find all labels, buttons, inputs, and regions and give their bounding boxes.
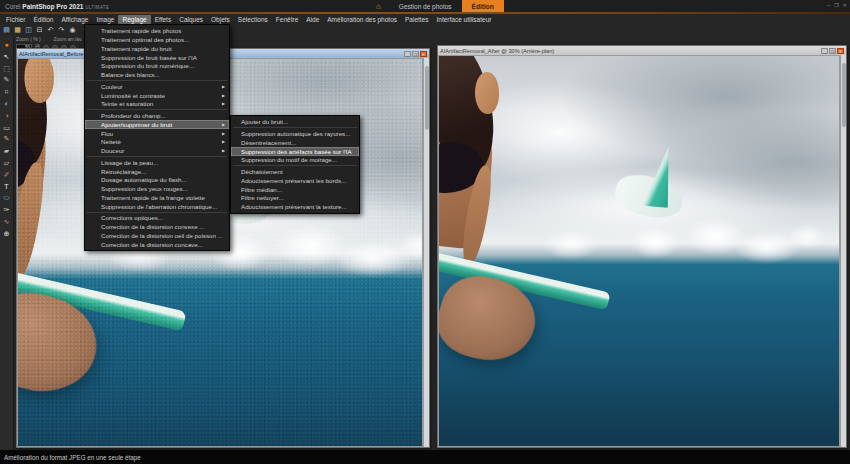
doc-minimize-icon[interactable]: _	[821, 48, 828, 54]
scrollbar-thumb[interactable]	[842, 63, 846, 127]
adjust-menu-item[interactable]: Netteté▶	[85, 138, 229, 147]
print-icon[interactable]: ⊟	[35, 25, 44, 34]
new-file-icon[interactable]: ▤	[2, 25, 11, 34]
pick-tool-icon[interactable]: ↖	[1, 51, 12, 63]
undo-icon[interactable]: ↶	[46, 25, 55, 34]
adjust-menu-item[interactable]: Lissage de la peau...	[85, 158, 229, 167]
adjust-menu-item[interactable]: Luminosité et contraste▶	[85, 91, 229, 100]
adjust-menu-item[interactable]: Ajouter/supprimer du bruit▶	[85, 120, 229, 129]
close-icon[interactable]: ✕	[843, 1, 847, 10]
menubar-item[interactable]: Image	[92, 15, 118, 24]
save-icon[interactable]: ◫	[24, 25, 33, 34]
menubar-item[interactable]: Interface utilisateur	[433, 15, 496, 24]
adjust-menu-item[interactable]: Profondeur du champ...	[85, 111, 229, 120]
zoom-percent-label: Zoom ( % ) :	[16, 36, 44, 42]
menubar-item[interactable]: Aide	[302, 15, 323, 24]
menubar-item[interactable]: Palettes	[401, 15, 433, 24]
doc-close-icon[interactable]: ✕	[837, 48, 844, 54]
menubar-item[interactable]: Objets	[207, 15, 234, 24]
adjust-menu-item[interactable]: Balance des blancs...	[85, 70, 229, 79]
home-tab[interactable]: ⌂	[368, 0, 389, 12]
maximize-icon[interactable]: ❐	[834, 1, 838, 10]
adjust-menu-item[interactable]: Correction de la distorsion oeil de pois…	[85, 231, 229, 240]
scrollbar-thumb[interactable]	[425, 66, 429, 130]
menubar-item[interactable]: Édition	[30, 15, 58, 24]
noise-submenu-item[interactable]: Déchatoiement	[231, 167, 359, 176]
adjust-menu-item[interactable]: Suppression du bruit numérique...	[85, 62, 229, 71]
vertical-scrollbar[interactable]	[423, 58, 429, 447]
pen-tool-icon[interactable]: ✑	[1, 204, 12, 216]
menubar-item[interactable]: Sélections	[234, 15, 272, 24]
menubar-item[interactable]: Fenêtre	[272, 15, 302, 24]
doc-close-icon[interactable]: ✕	[420, 51, 427, 57]
text-tool-icon[interactable]: T	[1, 181, 12, 193]
zoom-tool-icon[interactable]: ⊕	[1, 228, 12, 240]
menubar-item[interactable]: Affichage	[57, 15, 92, 24]
gradient-tool-icon[interactable]: ▰	[1, 145, 12, 157]
doc-maximize-icon[interactable]: ❐	[412, 51, 419, 57]
capture-icon[interactable]: ◉	[68, 25, 77, 34]
submenu-arrow-icon: ▶	[222, 101, 225, 106]
adjust-menu-item[interactable]: Teinte et saturation▶	[85, 100, 229, 109]
submenu-arrow-icon: ▶	[222, 148, 225, 153]
noise-submenu-item[interactable]: Adoucissement préservant la texture...	[231, 202, 359, 211]
adjust-menu-item[interactable]: Correction de la distorsion convexe ...	[85, 222, 229, 231]
adjust-menu-item[interactable]: Suppression de l'aberration chromatique.…	[85, 202, 229, 211]
shape-tool-icon[interactable]: ⬭	[1, 192, 12, 204]
freehand-selection-icon[interactable]: ✎	[1, 74, 12, 86]
menubar-item[interactable]: Fichier	[2, 15, 30, 24]
open-file-icon[interactable]: ▦	[13, 25, 22, 34]
noise-submenu-item[interactable]: Suppression des artéfacts basée sur l'IA	[231, 147, 359, 156]
eraser-tool-icon[interactable]: ▱	[1, 157, 12, 169]
adjust-menu-item[interactable]: Suppression de bruit basée sur l'IA	[85, 53, 229, 62]
noise-submenu-item[interactable]: Désentrelacement...	[231, 138, 359, 147]
adjust-menu-item[interactable]: Douceur▶	[85, 146, 229, 155]
menubar-item[interactable]: Amélioration des photos	[323, 15, 401, 24]
noise-submenu-item[interactable]: Suppression du motif de moirage...	[231, 156, 359, 165]
doc-maximize-icon[interactable]: ❐	[829, 48, 836, 54]
adjust-menu-item[interactable]: Traitement rapide de la frange violette	[85, 193, 229, 202]
warp-tool-icon[interactable]: ∿	[1, 216, 12, 228]
adjust-menu-item[interactable]: Traitement optimal des photos...	[85, 35, 229, 44]
adjust-menu-item[interactable]: Traitement rapide des photos	[85, 27, 229, 36]
tab-gestion-de-photos[interactable]: Gestion de photos	[389, 0, 462, 12]
vertical-scrollbar[interactable]	[840, 55, 846, 447]
selection-tool-icon[interactable]: ⬚	[1, 63, 12, 75]
adjust-menu-item[interactable]: Corrections optiques...	[85, 214, 229, 223]
image-canvas-after[interactable]	[438, 55, 840, 447]
crop-tool-icon[interactable]: ⌗	[1, 86, 12, 98]
airbrush-tool-icon[interactable]: ✐	[1, 169, 12, 181]
brand-prefix: Corel	[5, 3, 21, 10]
adjust-menu-item[interactable]: Correction de la distorsion concave...	[85, 240, 229, 249]
statusbar: Amélioration du format JPEG en une seule…	[0, 450, 850, 464]
brush-tool-icon[interactable]: ✎	[1, 133, 12, 145]
document-window-after: AIArtifactRemoval_After @ 30% (Arrière-p…	[437, 45, 847, 448]
home-icon: ⌂	[376, 2, 381, 11]
noise-submenu-item[interactable]: Adoucissement préservant les bords...	[231, 176, 359, 185]
adjust-menu-item[interactable]: Suppression des yeux rouges...	[85, 184, 229, 193]
redo-icon[interactable]: ↷	[57, 25, 66, 34]
menubar-item[interactable]: Réglage	[118, 15, 150, 24]
doc-minimize-icon[interactable]: _	[404, 51, 411, 57]
minimize-icon[interactable]: ─	[827, 1, 831, 10]
adjust-menu-item[interactable]: Rétroéclairage...	[85, 167, 229, 176]
tab-edition[interactable]: Édition	[462, 0, 504, 12]
dropper-tool-icon[interactable]: ◑	[1, 110, 12, 122]
brand-name: PaintShop Pro 2021	[22, 3, 83, 10]
menubar-item[interactable]: Effets	[151, 15, 176, 24]
adjust-menu-item[interactable]: Couleur▶	[85, 82, 229, 91]
deform-tool-icon[interactable]: ▭	[1, 122, 12, 134]
noise-submenu-item[interactable]: Filtre médian...	[231, 185, 359, 194]
noise-submenu-item[interactable]: Suppression automatique des rayures...	[231, 129, 359, 138]
noise-submenu-item[interactable]: Ajouter du bruit...	[231, 118, 359, 127]
adjust-menu-item[interactable]: Dosage automatique du flash...	[85, 176, 229, 185]
adjust-menu-item[interactable]: Flou▶	[85, 129, 229, 138]
adjust-tool-icon[interactable]: ●	[1, 39, 12, 51]
adjust-menu-item[interactable]: Traitement rapide du bruit	[85, 44, 229, 53]
noise-submenu-item[interactable]: Filtre nettoyer...	[231, 194, 359, 203]
clone-tool-icon[interactable]: ◐	[1, 98, 12, 110]
document-title-after[interactable]: AIArtifactRemoval_After @ 30% (Arrière-p…	[438, 46, 846, 55]
titlebar: Corel PaintShop Pro 2021 ULTIMATE ⌂ Gest…	[0, 0, 850, 12]
workspace-tabs: ⌂ Gestion de photos Édition	[368, 0, 504, 12]
menubar-item[interactable]: Calques	[175, 15, 207, 24]
